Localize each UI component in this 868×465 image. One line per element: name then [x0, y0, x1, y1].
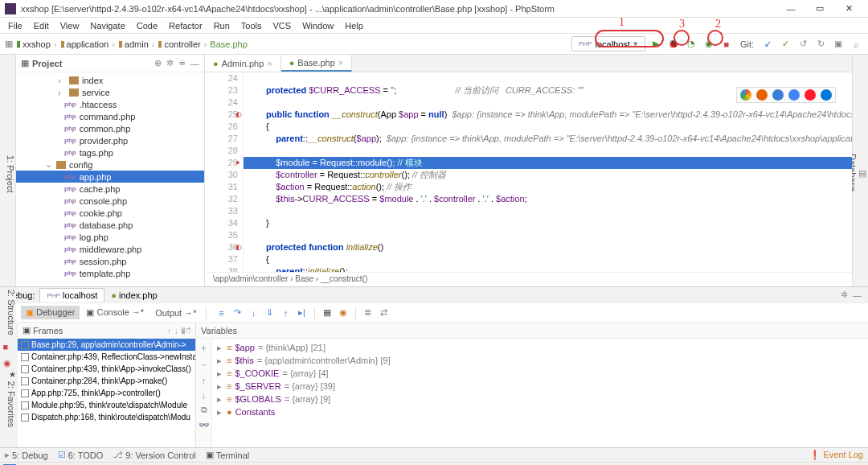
edge-icon[interactable] [821, 89, 832, 101]
watch-up-icon[interactable]: ↑ [202, 376, 207, 385]
variable-row[interactable]: ▸≡ $_SERVER = {array} [39] [217, 380, 863, 393]
editor-tab-base[interactable]: ●Base.php× [281, 55, 353, 72]
project-collapse-icon[interactable]: ≑ [178, 58, 186, 68]
variable-row[interactable]: ▸≡ $this = {app\admin\controller\Admin} … [217, 354, 863, 367]
chrome-icon[interactable] [740, 89, 751, 101]
run-config-selector[interactable]: PHP localhost ▾ [571, 36, 645, 51]
step-into-icon[interactable]: ↓ [248, 307, 260, 319]
debug-session-index[interactable]: ●index.php [104, 289, 163, 302]
close-button[interactable]: ✕ [834, 3, 863, 14]
menu-vcs[interactable]: VCS [268, 19, 297, 32]
trace-icon[interactable]: ◉ [337, 307, 350, 319]
left-tool-strip[interactable]: 1: Project [0, 55, 16, 286]
variable-row[interactable]: ▸≡ $app = {think\App} [21] [217, 341, 863, 354]
frame-row[interactable]: Container.php:439, ReflectionClass->newI… [18, 351, 195, 363]
debug-session-localhost[interactable]: PHPlocalhost [39, 288, 104, 302]
tree-item[interactable]: ⌄config [16, 158, 204, 171]
menu-tools[interactable]: Tools [236, 19, 267, 32]
tree-item[interactable]: phpcache.php [16, 183, 204, 195]
ie-icon[interactable] [788, 89, 800, 101]
git-history-icon[interactable]: ↺ [796, 37, 810, 51]
frames-list[interactable]: Base.php:29, app\admin\controller\Admin-… [18, 339, 195, 447]
list-icon[interactable]: ≣ [362, 307, 375, 319]
variables-list[interactable]: ▸≡ $app = {think\App} [21]▸≡ $this = {ap… [212, 339, 868, 447]
breadcrumb[interactable]: ▮xxshop› ▮application› ▮admin› ▮controll… [16, 39, 248, 49]
debugger-tab[interactable]: ▣ Debugger [21, 306, 80, 319]
menu-refactor[interactable]: Refactor [164, 19, 207, 32]
tree-item[interactable]: phpcommon.php [16, 122, 204, 134]
tree-item[interactable]: ›service [16, 86, 204, 98]
glasses-icon[interactable]: 👓 [199, 420, 210, 430]
console-tab[interactable]: ▣ Console →* [81, 306, 149, 319]
coverage-button[interactable]: ◔ [684, 37, 698, 51]
show-exec-point-icon[interactable]: ≡ [215, 307, 228, 319]
stop-button[interactable]: ■ [719, 37, 734, 51]
debug-button[interactable]: 🐞 [666, 37, 681, 51]
output-tab[interactable]: Output →* [150, 307, 201, 319]
event-log-button[interactable]: ❗ Event Log [809, 450, 863, 459]
editor-breadcrumb[interactable]: \app\admin\controller › Base › __constru… [205, 272, 852, 286]
project-tree[interactable]: ›index›servicephp.htaccessphpcommand.php… [16, 72, 204, 286]
remove-watch-icon[interactable]: － [199, 359, 208, 371]
menu-file[interactable]: File [3, 19, 27, 32]
frame-row[interactable]: Module.php:95, think\route\dispatch\Modu… [18, 399, 195, 411]
menu-edit[interactable]: Edit [29, 19, 54, 32]
menu-navigate[interactable]: Navigate [85, 19, 129, 32]
tree-item[interactable]: phptemplate.php [16, 267, 204, 279]
menu-window[interactable]: Window [297, 19, 338, 32]
frame-row[interactable]: Base.php:29, app\admin\controller\Admin-… [18, 339, 195, 351]
right-tool-strip[interactable]: ▤ Database [852, 55, 868, 286]
tree-item[interactable]: phpcommand.php [16, 110, 204, 122]
frame-row[interactable]: Container.php:284, think\App->make() [18, 375, 195, 387]
tool-terminal[interactable]: ▣Terminal [206, 450, 250, 460]
browser-icons[interactable] [736, 87, 836, 103]
run-button[interactable]: ▶ [649, 37, 663, 51]
tree-item[interactable]: phpapp.php [16, 171, 204, 183]
tool-debug[interactable]: ▸5: Debug [5, 450, 48, 460]
frame-row[interactable]: Dispatch.php:168, think\route\dispatch\M… [18, 411, 195, 423]
evaluate-icon[interactable]: ▦ [321, 307, 334, 319]
menu-code[interactable]: Code [132, 19, 162, 32]
tree-item[interactable]: ›index [16, 74, 204, 86]
stop-icon[interactable]: ■ [3, 342, 14, 353]
tree-item[interactable]: phpcookie.php [16, 207, 204, 219]
editor-body[interactable]: 24232425◐26272829●30313233343536◐373839 … [205, 72, 852, 272]
step-over-icon[interactable]: ↷ [231, 307, 244, 319]
variable-row[interactable]: ▸● Constants [217, 405, 863, 418]
project-hide-icon[interactable]: — [190, 59, 199, 68]
search-icon[interactable]: ⌕ [849, 37, 863, 51]
copy-watch-icon[interactable]: ⧉ [201, 405, 207, 415]
tree-item[interactable]: phplog.php [16, 231, 204, 243]
frame-next-icon[interactable]: ↓ [174, 326, 179, 335]
minimize-button[interactable]: — [776, 4, 805, 14]
ide-icon[interactable]: ▣ [831, 37, 845, 51]
left-strip-favorites[interactable]: ★ 2: Favorites [0, 370, 16, 427]
settings-icon[interactable]: ⇄ [378, 307, 391, 319]
tree-item[interactable]: php.htaccess [16, 98, 204, 110]
menu-view[interactable]: View [55, 19, 84, 32]
firefox-icon[interactable] [756, 89, 768, 101]
tree-item[interactable]: phpprovider.php [16, 134, 204, 146]
frame-filter-icon[interactable]: �್ [181, 326, 190, 335]
git-update-icon[interactable]: ↙ [760, 37, 775, 51]
safari-icon[interactable] [772, 89, 784, 101]
frame-prev-icon[interactable]: ↑ [167, 326, 172, 335]
watch-down-icon[interactable]: ↓ [202, 390, 207, 400]
left-strip-structure[interactable]: 2: Structure [0, 290, 16, 335]
view-breakpoints-icon[interactable]: ◉ [3, 358, 14, 369]
debug-hide-icon[interactable]: — [853, 290, 862, 300]
profile-button[interactable]: ◉ [702, 37, 716, 51]
step-out-icon[interactable]: ↑ [280, 307, 293, 319]
tree-item[interactable]: phpconsole.php [16, 195, 204, 207]
editor-tab-admin[interactable]: ●Admin.php× [205, 55, 281, 72]
project-target-icon[interactable]: ⊕ [154, 58, 162, 68]
variable-row[interactable]: ▸≡ $GLOBALS = {array} [9] [217, 393, 863, 405]
git-commit-icon[interactable]: ✓ [778, 37, 792, 51]
menu-run[interactable]: Run [209, 19, 235, 32]
tool-vcs[interactable]: ⎇9: Version Control [113, 450, 195, 460]
tree-item[interactable]: phpmiddleware.php [16, 243, 204, 255]
run-to-cursor-icon[interactable]: ▸| [296, 307, 309, 319]
tree-item[interactable]: phpdatabase.php [16, 219, 204, 231]
maximize-button[interactable]: ▭ [805, 3, 834, 14]
tool-todo[interactable]: ☑6: TODO [58, 450, 104, 460]
